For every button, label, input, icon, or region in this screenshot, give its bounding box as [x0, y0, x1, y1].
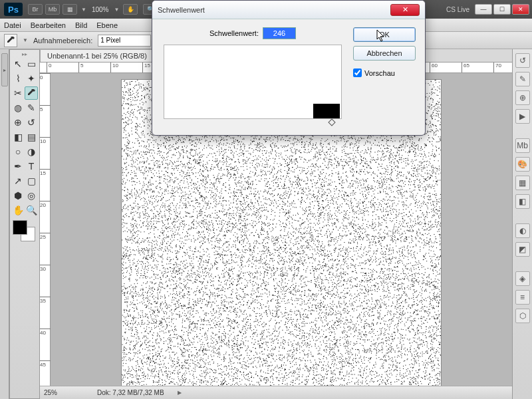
sample-size-label: Aufnahmebereich:	[33, 37, 92, 45]
tools-panel: ▸▸ ↖ ▭ ⌇ ✦ ✂ ◍ ✎ ⊕ ↺ ◧ ▤ ○ ◑ ✒ T ↗ ▢ ⬢ ◎…	[9, 49, 40, 399]
3d-camera-tool[interactable]: ◎	[25, 189, 38, 202]
tools-collapse-handle[interactable]: ▸▸	[11, 51, 38, 57]
menu-layer[interactable]: Ebene	[96, 21, 118, 29]
clone-tool[interactable]: ⊕	[11, 116, 25, 129]
actions-panel-icon[interactable]: ▶	[515, 109, 530, 124]
paths-panel-icon[interactable]: ⬡	[515, 309, 530, 323]
eraser-tool[interactable]: ◧	[11, 130, 25, 144]
3d-tool[interactable]: ⬢	[11, 189, 25, 202]
preview-checkbox-input[interactable]	[353, 68, 362, 77]
minibridge-launch-button[interactable]: Mb	[45, 4, 60, 15]
adjustments-panel-icon[interactable]: ◐	[515, 223, 530, 238]
zoom-value[interactable]: 25%	[44, 389, 84, 396]
layers-panel-icon[interactable]: ◈	[515, 271, 530, 286]
preview-label: Vorschau	[364, 69, 395, 77]
swatches-panel-icon[interactable]: ▦	[515, 176, 530, 190]
brush-panel-icon[interactable]: ✎	[515, 72, 530, 86]
move-tool[interactable]: ↖	[11, 57, 25, 70]
hand-tool-button[interactable]: ✋	[123, 4, 138, 15]
pen-tool[interactable]: ✒	[11, 160, 25, 173]
ruler-vertical[interactable]: 0510152025303540455055	[40, 73, 51, 386]
menu-edit[interactable]: Bearbeiten	[31, 21, 66, 29]
close-button[interactable]: ✕	[512, 4, 529, 15]
hand-tool[interactable]: ✋	[11, 203, 25, 217]
crop-tool[interactable]: ✂	[11, 86, 25, 100]
type-tool[interactable]: T	[25, 160, 38, 173]
history-brush-tool[interactable]: ↺	[25, 116, 38, 129]
styles-panel-icon[interactable]: ◧	[515, 194, 530, 209]
cs-live-button[interactable]: CS Live	[446, 6, 469, 13]
chevron-down-icon: ▼	[114, 7, 120, 13]
document-tab[interactable]: Unbenannt-1 bei 25% (RGB/8)	[40, 49, 154, 62]
threshold-input[interactable]	[263, 27, 296, 39]
minimize-button[interactable]: —	[475, 4, 492, 15]
info-chevron-icon[interactable]: ▶	[178, 390, 182, 396]
clone-panel-icon[interactable]: ⊕	[515, 90, 530, 105]
dialog-close-button[interactable]: ✕	[390, 4, 420, 16]
chevron-down-icon: ▼	[81, 7, 86, 13]
view-extras-button[interactable]: ▦	[63, 4, 77, 15]
threshold-slider[interactable]	[328, 118, 335, 126]
histogram-bars	[313, 104, 340, 118]
color-swatches[interactable]	[11, 220, 38, 241]
channels-panel-icon[interactable]: ≡	[515, 290, 530, 305]
right-panels: ↺ ✎ ⊕ ▶ Mb 🎨 ▦ ◧ ◐ ◩ ◈ ≡ ⬡	[512, 49, 532, 399]
dialog-title: Schwellenwert	[158, 6, 390, 14]
dodge-tool[interactable]: ◑	[25, 145, 38, 158]
eyedropper-icon[interactable]	[4, 34, 17, 47]
brush-tool[interactable]: ✎	[25, 101, 38, 114]
blur-tool[interactable]: ○	[11, 145, 25, 158]
preview-checkbox[interactable]: Vorschau	[353, 68, 416, 77]
path-select-tool[interactable]: ↗	[11, 174, 25, 188]
minibridge-panel-icon[interactable]: Mb	[515, 138, 530, 153]
reveal-left-icon[interactable]: ▸	[1, 53, 8, 86]
spot-heal-tool[interactable]: ◍	[11, 101, 25, 114]
zoom-display[interactable]: 100%	[92, 6, 109, 13]
maximize-button[interactable]: ☐	[493, 4, 511, 15]
marquee-tool[interactable]: ▭	[25, 57, 38, 70]
ok-button[interactable]: OK	[353, 27, 416, 42]
histogram-display	[164, 45, 342, 119]
shape-tool[interactable]: ▢	[25, 174, 38, 188]
chevron-down-icon: ▼	[23, 37, 28, 43]
status-bar: 25% Dok: 7,32 MB/7,32 MB ▶	[40, 386, 512, 399]
sample-size-select[interactable]	[98, 35, 151, 47]
color-panel-icon[interactable]: 🎨	[515, 157, 530, 172]
threshold-dialog: Schwellenwert ✕ Schwellenwert: OK Abbrec…	[152, 0, 426, 136]
gradient-tool[interactable]: ▤	[25, 130, 38, 144]
dialog-titlebar[interactable]: Schwellenwert ✕	[152, 1, 425, 19]
photoshop-logo: Ps	[4, 3, 23, 16]
left-collapse-edge[interactable]: ▸	[0, 49, 9, 399]
doc-size-info: Dok: 7,32 MB/7,32 MB	[97, 389, 164, 396]
eyedropper-tool[interactable]	[25, 86, 38, 100]
zoom-tool[interactable]: 🔍	[25, 203, 38, 217]
bridge-launch-button[interactable]: Br	[28, 4, 43, 15]
lasso-tool[interactable]: ⌇	[11, 72, 25, 85]
threshold-label: Schwellenwert:	[209, 29, 259, 37]
masks-panel-icon[interactable]: ◩	[515, 242, 530, 257]
magic-wand-tool[interactable]: ✦	[25, 72, 38, 85]
cancel-button[interactable]: Abbrechen	[353, 46, 416, 61]
menu-image[interactable]: Bild	[75, 21, 87, 29]
menu-file[interactable]: Datei	[4, 21, 21, 29]
foreground-swatch[interactable]	[13, 220, 27, 235]
history-panel-icon[interactable]: ↺	[515, 53, 530, 68]
